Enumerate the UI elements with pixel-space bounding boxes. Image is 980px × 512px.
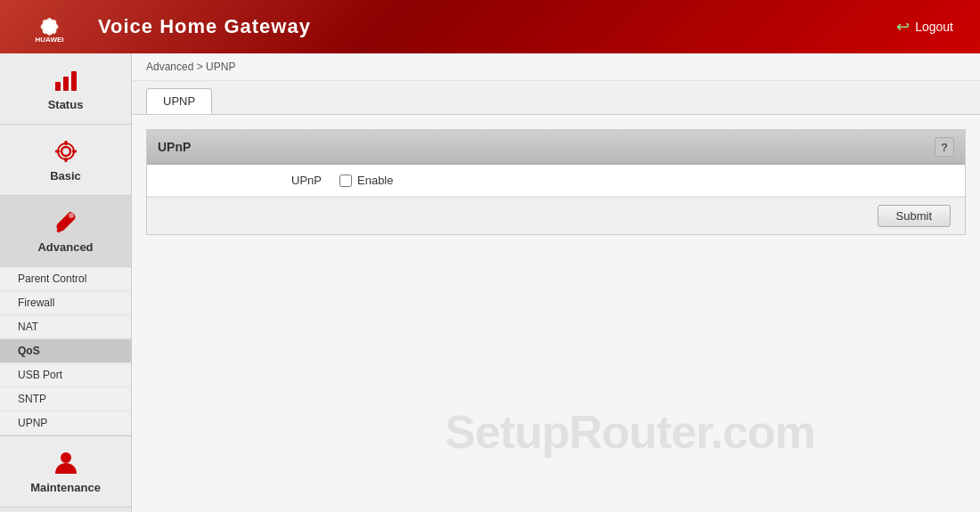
svg-rect-6 — [63, 77, 69, 91]
main-layout: Status Basic Advanced Par — [0, 53, 980, 512]
svg-rect-5 — [55, 82, 61, 91]
sidebar-subitem-upnp[interactable]: UPNP — [0, 411, 131, 435]
sidebar-subitem-firewall[interactable]: Firewall — [0, 291, 131, 315]
svg-point-8 — [61, 147, 70, 156]
svg-rect-12 — [55, 150, 60, 153]
svg-rect-13 — [72, 150, 77, 153]
content-area: Advanced > UPNP UPNP UPnP ? UPnP Enable … — [132, 53, 980, 512]
svg-point-15 — [69, 213, 74, 218]
upnp-enable-control: Enable — [339, 174, 393, 187]
help-button[interactable]: ? — [935, 137, 954, 157]
svg-text:HUAWEI: HUAWEI — [35, 36, 63, 44]
panel-header: UPnP ? — [147, 130, 965, 165]
tab-upnp[interactable]: UPNP — [146, 88, 212, 114]
svg-rect-10 — [64, 141, 67, 145]
sidebar-item-advanced[interactable]: Advanced — [0, 196, 131, 267]
header: HUAWEI Voice Home Gateway ↩ Logout — [0, 0, 980, 53]
wrench-icon — [52, 208, 80, 237]
svg-point-9 — [58, 143, 74, 159]
svg-rect-7 — [71, 71, 77, 91]
submit-button[interactable]: Submit — [878, 205, 951, 227]
logout-button[interactable]: ↩ Logout — [896, 17, 953, 37]
sidebar-basic-label: Basic — [50, 169, 81, 183]
upnp-form-label: UPnP — [161, 174, 339, 187]
sidebar-advanced-label: Advanced — [37, 240, 93, 254]
svg-point-16 — [61, 452, 71, 463]
sidebar-item-status[interactable]: Status — [0, 53, 131, 125]
logout-icon: ↩ — [896, 17, 910, 37]
watermark: SetupRouter.com — [445, 405, 814, 459]
sidebar: Status Basic Advanced Par — [0, 53, 132, 512]
sidebar-status-label: Status — [48, 98, 84, 111]
sidebar-subitem-qos[interactable]: QoS — [0, 339, 131, 363]
sidebar-subitem-usb-port[interactable]: USB Port — [0, 363, 131, 387]
sidebar-subitem-nat[interactable]: NAT — [0, 315, 131, 339]
sidebar-advanced-subitems: Parent Control Firewall NAT QoS USB Port… — [0, 267, 131, 436]
breadcrumb: Advanced > UPNP — [132, 53, 980, 81]
panel-title: UPnP — [158, 140, 191, 154]
upnp-panel: UPnP ? UPnP Enable Submit — [146, 129, 966, 235]
sidebar-subitem-parent-control[interactable]: Parent Control — [0, 267, 131, 291]
logout-label: Logout — [915, 20, 953, 34]
huawei-logo: HUAWEI — [18, 4, 80, 49]
app-title: Voice Home Gateway — [98, 15, 311, 38]
person-icon — [52, 449, 80, 477]
tab-bar: UPNP — [132, 81, 980, 115]
svg-rect-11 — [64, 158, 67, 162]
enable-label: Enable — [357, 174, 393, 187]
submit-row: Submit — [147, 197, 965, 234]
upnp-form-row: UPnP Enable — [147, 165, 965, 197]
sidebar-subitem-sntp[interactable]: SNTP — [0, 387, 131, 411]
sidebar-item-maintenance[interactable]: Maintenance — [0, 436, 131, 508]
bar-chart-icon — [52, 66, 80, 94]
sidebar-item-basic[interactable]: Basic — [0, 125, 131, 196]
upnp-enable-checkbox[interactable] — [339, 175, 352, 187]
gear-icon — [52, 137, 80, 166]
sidebar-maintenance-label: Maintenance — [30, 481, 101, 494]
